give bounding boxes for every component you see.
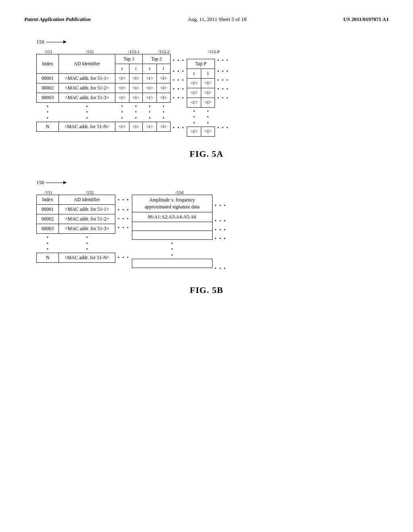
fig5b-row1-index: 00001 (37, 205, 59, 214)
fig5b-rowN-adid: <MAC addr. for 51-N> (59, 253, 115, 263)
table-row: 00002 <MAC addr. for 51-2> <r> <i> <r> <… (37, 83, 171, 93)
row3-t1i: <i> (129, 93, 143, 103)
row3-t2r: <r> (143, 93, 157, 103)
row1-t2i: <i> (156, 74, 170, 83)
fig5b-sig-header: Amplitude v. frequency approximated sign… (132, 195, 212, 212)
tapP-row2-i: <i> (201, 88, 215, 98)
row2-index: 00002 (37, 83, 59, 93)
fig5a-table-container: Index AD Identifier Tap 1 Tap 2 r i r i (36, 54, 389, 137)
vdots-t2i: ••• (156, 103, 170, 122)
fig5b-sig-table: Amplitude v. frequency approximated sign… (132, 195, 213, 268)
page: Patent Application Publication Aug. 11, … (0, 0, 413, 532)
fig5b-header-index: Index (37, 195, 59, 205)
tapP-row1-r: <r> (187, 79, 201, 88)
vdots-t1i: ••• (129, 103, 143, 122)
dots-between-tap2-tapP-header: • • • (173, 58, 185, 64)
tapP-rowN-i: <i> (201, 127, 215, 137)
fig5b-diagram-label: 150 (36, 179, 44, 186)
fig5b-section: 150 /151 /152 /154 (24, 179, 389, 295)
dots-row3: • • • (173, 95, 185, 101)
fig5b-sig-dots-row: ••• (132, 239, 212, 259)
dots-rowN: • • • (173, 125, 185, 131)
row2-adid: <MAC addr. for 51-2> (59, 83, 115, 93)
fig5a-header-index: Index (37, 54, 59, 74)
tapP-subtable: Tap P r i <r> <i> (187, 54, 215, 137)
fig5b-rowN: N <MAC addr. for 51-N> (37, 253, 115, 263)
rowN-index: N (37, 122, 59, 132)
tapP-header: Tap P (187, 59, 215, 69)
fig5b-row3-index: 00003 (37, 224, 59, 234)
rowN-adid: <MAC addr. for 51-N> (59, 122, 115, 132)
fig5a-arrow (46, 42, 66, 42)
fig5b-row2-adid: <MAC addr. for 51-2> (59, 214, 115, 224)
fig5a-header-tap2: Tap 2 (143, 54, 170, 64)
table-row: 00003 <MAC addr. for 51-3> (37, 224, 115, 234)
rowN-t2r: <r> (143, 122, 157, 132)
tapP-table: Tap P r i <r> <i> (187, 59, 215, 137)
tapP-row2-r: <r> (187, 88, 201, 98)
vdots-index: ••• (37, 103, 59, 122)
fig5a-tap2-i: i (156, 64, 170, 74)
fig5a-section: 150 /151 /152 /153-1 /153-2 (24, 39, 389, 159)
row1-t1r: <r> (115, 74, 129, 83)
table-row (132, 231, 212, 239)
fig5a-ref153-1: /153-1 (128, 49, 140, 54)
fig5b-ref152: /152 (86, 190, 94, 195)
fig5a-table: Index AD Identifier Tap 1 Tap 2 r i r i (36, 54, 171, 132)
fig5b-row3-sig (132, 231, 212, 239)
fig5b-header-adid: AD Identifier (59, 195, 115, 205)
rowN-t1r: <r> (115, 122, 129, 132)
fig5a-ref152: /152 (86, 49, 94, 54)
table-row: <r> <i> (187, 88, 215, 98)
fig5b-sig-N (132, 259, 212, 268)
fig5a-ref151: /151 (44, 49, 52, 54)
table-row: 00001 <MAC addr. for 51-1> (37, 205, 115, 214)
tapP-rowN: <r> <i> (187, 127, 215, 137)
fig5b-row1-adid: <MAC addr. for 51-1> (59, 205, 115, 214)
fig5b-ref151: /151 (44, 190, 52, 195)
tapP-row1-i: <i> (201, 79, 215, 88)
fig5a-title: FIG. 5A (24, 149, 389, 159)
table-row: 00003 <MAC addr. for 51-3> <r> <i> <r> <… (37, 93, 171, 103)
tapP-row3-r: <r> (187, 98, 201, 108)
row1-t2r: <r> (143, 74, 157, 83)
fig5a-ref153-p: /153-P (208, 49, 219, 54)
fig5a-tap1-r: r (115, 64, 129, 74)
vdots-adid: ••• (59, 103, 115, 122)
rowN-t1i: <i> (129, 122, 143, 132)
table-row-n: N <MAC addr. for 51-N> <r> <i> <r> <i> (37, 122, 171, 132)
fig5b-row2-index: 00002 (37, 214, 59, 224)
vdots-t1r: ••• (115, 103, 129, 122)
dots-row2: • • • (173, 86, 185, 92)
header-left: Patent Application Publication (24, 16, 91, 23)
header-right: US 2011/0197071 A1 (343, 16, 389, 23)
header-center: Aug. 11, 2011 Sheet 5 of 18 (188, 16, 246, 23)
dots-row: ••• ••• ••• ••• ••• ••• (37, 103, 171, 122)
vdots-t2r: ••• (143, 103, 157, 122)
row2-t2i: <i> (156, 83, 170, 93)
fig5b-arrow (46, 183, 66, 183)
fig5a-tap1-i: i (129, 64, 143, 74)
dots-row1: • • • (173, 77, 185, 83)
fig5b-main-table: Index AD Identifier 00001 <MAC addr. for… (36, 195, 115, 263)
row3-index: 00003 (37, 93, 59, 103)
row3-t1r: <r> (115, 93, 129, 103)
fig5b-row1-sig: 06:A1:A2:A3:A4:A5:A6 (132, 212, 212, 222)
row2-t1i: <i> (129, 83, 143, 93)
page-header: Patent Application Publication Aug. 11, … (24, 16, 389, 23)
row1-adid: <MAC addr. for 51-1> (59, 74, 115, 83)
fig5b-rowN-sig (132, 259, 212, 268)
fig5a-diagram-label: 150 (36, 39, 44, 45)
fig5b-rowN-index: N (37, 253, 59, 263)
row3-adid: <MAC addr. for 51-3> (59, 93, 115, 103)
fig5b-table-container: Index AD Identifier 00001 <MAC addr. for… (36, 195, 389, 273)
fig5b-title: FIG. 5B (24, 285, 389, 295)
tapP-rowN-r: <r> (187, 127, 201, 137)
table-row: 00002 <MAC addr. for 51-2> (37, 214, 115, 224)
table-row: <r> <i> (187, 79, 215, 88)
fig5a-ref153-2: /153-2 (158, 49, 170, 54)
tapP-row3-i: <i> (201, 98, 215, 108)
tapP-i: i (201, 69, 215, 79)
fig5b-row2-sig (132, 222, 212, 231)
table-row: 06:A1:A2:A3:A4:A5:A6 (132, 212, 212, 222)
